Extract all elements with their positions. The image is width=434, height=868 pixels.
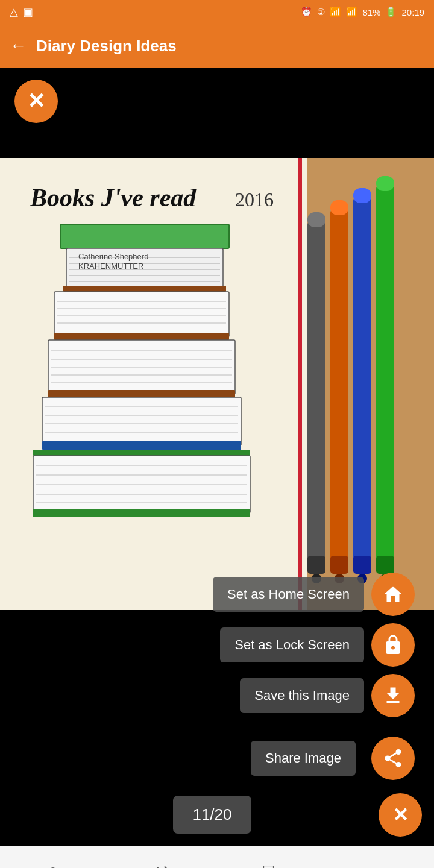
close-bottom-button[interactable]: ✕: [379, 793, 422, 837]
svg-text:Books J've read: Books J've read: [30, 184, 197, 212]
image-area: ✕ Books J've read 2016: [0, 68, 434, 731]
svg-rect-53: [376, 556, 394, 574]
signal2-icon: 📶: [346, 7, 357, 17]
close-bottom-icon: ✕: [392, 804, 409, 826]
share-image-label: Share Image: [251, 741, 356, 776]
svg-text:KRAHENMUTTER: KRAHENMUTTER: [78, 262, 143, 271]
svg-rect-57: [353, 188, 371, 203]
notification-icon: ①: [317, 7, 325, 17]
svg-rect-16: [54, 292, 229, 337]
svg-rect-30: [42, 441, 241, 450]
home-nav-button[interactable]: ●: [48, 861, 58, 869]
recents-nav-button[interactable]: □: [263, 861, 274, 869]
nav-bar: ● ↩ □ ←: [0, 846, 434, 868]
recent-nav-button[interactable]: ↩: [154, 860, 168, 868]
lock-screen-label: Set as Lock Screen: [220, 627, 364, 662]
page-counter-row: 11/20 ✕: [0, 790, 434, 846]
close-top-button[interactable]: ✕: [14, 80, 58, 123]
share-image-button[interactable]: [371, 737, 415, 780]
svg-text:2016: 2016: [235, 189, 274, 210]
svg-rect-50: [353, 556, 371, 574]
save-image-button[interactable]: [371, 674, 415, 717]
lock-screen-action: Set as Lock Screen: [0, 623, 434, 667]
battery-icon: 🔋: [385, 7, 397, 17]
svg-rect-37: [33, 509, 250, 517]
time: 20:19: [401, 7, 424, 17]
svg-rect-6: [60, 224, 229, 248]
svg-rect-35: [33, 450, 250, 456]
svg-rect-49: [353, 194, 371, 568]
svg-rect-43: [307, 218, 326, 568]
page-title: Diary Design Ideas: [36, 37, 177, 55]
home-screen-action: Set as Home Screen: [0, 573, 434, 616]
svg-rect-23: [48, 390, 235, 397]
svg-rect-47: [330, 556, 348, 574]
signal-icon: 📶: [330, 7, 341, 17]
page-counter: 11/20: [173, 796, 251, 834]
lock-screen-button[interactable]: [371, 623, 415, 667]
lock-icon: [382, 634, 404, 656]
save-image-action: Save this Image: [0, 674, 434, 717]
svg-rect-29: [42, 397, 241, 445]
svg-rect-44: [307, 556, 326, 574]
overlay-actions: Set as Home Screen Set as Lock Screen Sa…: [0, 573, 434, 725]
svg-rect-15: [63, 286, 226, 292]
svg-rect-3: [298, 158, 302, 610]
book-image: Books J've read 2016 Catherine Shepherd …: [0, 158, 434, 610]
save-icon: [382, 685, 404, 706]
close-top-icon: ✕: [27, 89, 45, 114]
home-screen-label: Set as Home Screen: [213, 577, 364, 612]
battery-percent: 81%: [362, 7, 380, 17]
svg-rect-17: [54, 333, 229, 340]
sim-icon: ▣: [23, 5, 33, 19]
status-bar: △ ▣ ⏰ ① 📶 📶 81% 🔋 20:19: [0, 0, 434, 24]
svg-rect-55: [307, 212, 326, 227]
book-illustration: Books J've read 2016 Catherine Shepherd …: [0, 158, 434, 610]
svg-rect-46: [330, 206, 348, 568]
save-image-label: Save this Image: [240, 678, 364, 713]
share-icon: [382, 747, 404, 769]
home-screen-button[interactable]: [371, 573, 415, 616]
svg-rect-58: [376, 176, 394, 191]
back-button[interactable]: ←: [10, 36, 27, 55]
svg-rect-22: [48, 340, 235, 394]
svg-rect-52: [376, 182, 394, 568]
alarm-icon: ⏰: [301, 7, 312, 17]
home-icon: [382, 583, 404, 605]
warning-icon: △: [10, 5, 18, 19]
svg-text:Catherine Shepherd: Catherine Shepherd: [78, 252, 148, 261]
back-nav-button[interactable]: ←: [370, 861, 386, 869]
top-bar: ← Diary Design Ideas: [0, 24, 434, 68]
svg-rect-56: [330, 200, 348, 215]
share-close-row: Share Image: [0, 731, 434, 790]
